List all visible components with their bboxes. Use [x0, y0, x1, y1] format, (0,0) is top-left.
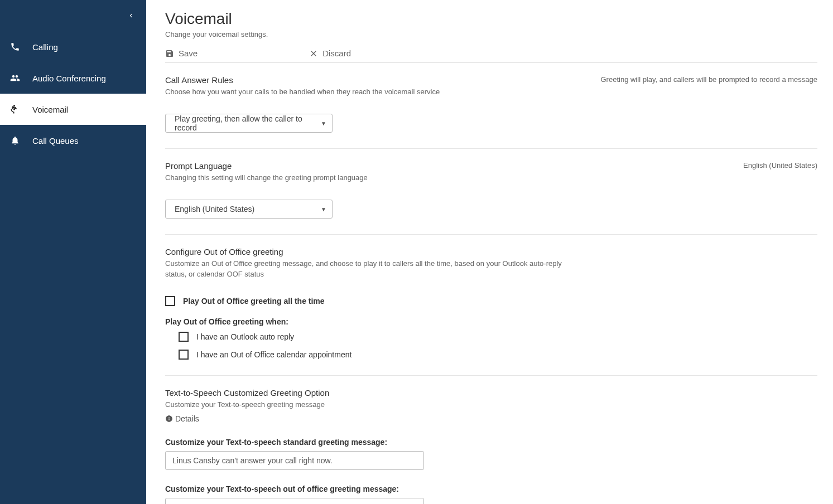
checkbox-calendar-appointment[interactable]	[179, 350, 189, 360]
std-greeting-label: Customize your Text-to-speech standard g…	[165, 438, 817, 447]
call-answer-select[interactable]: Play greeting, then allow the caller to …	[165, 114, 333, 133]
sidebar-item-calling[interactable]: Calling	[0, 31, 146, 62]
prompt-lang-title: Prompt Language	[165, 161, 567, 171]
phone-icon	[10, 42, 32, 52]
broadcast-icon	[10, 104, 32, 114]
oof-title: Configure Out of Office greeting	[165, 247, 567, 256]
chevron-left-icon	[127, 12, 135, 20]
sidebar-item-label: Call Queues	[32, 136, 79, 146]
section-call-answer-rules: Call Answer Rules Choose how you want yo…	[165, 75, 817, 149]
info-icon	[165, 415, 173, 423]
checkbox-outlook-auto-reply[interactable]	[179, 332, 189, 342]
std-greeting-input[interactable]	[165, 451, 424, 470]
save-icon	[165, 49, 174, 58]
page-subtitle: Change your voicemail settings.	[165, 30, 817, 38]
people-icon	[10, 73, 32, 83]
call-answer-selected: Play greeting, then allow the caller to …	[175, 114, 326, 132]
call-answer-title: Call Answer Rules	[165, 75, 567, 85]
page-title: Voicemail	[165, 10, 817, 28]
oof-greeting-label: Customize your Text-to-speech out of off…	[165, 484, 817, 493]
calendar-appointment-label: I have an Out of Office calendar appoint…	[196, 350, 352, 359]
chevron-down-icon: ▼	[321, 206, 326, 212]
sidebar-item-label: Voicemail	[32, 105, 68, 114]
oof-desc: Customize an Out of Office greeting mess…	[165, 259, 567, 279]
section-out-of-office: Configure Out of Office greeting Customi…	[165, 247, 817, 375]
outlook-auto-reply-label: I have an Outlook auto reply	[196, 332, 294, 341]
close-icon	[309, 49, 318, 58]
section-prompt-language: Prompt Language Changing this setting wi…	[165, 161, 817, 235]
bell-icon	[10, 135, 32, 146]
sidebar-item-call-queues[interactable]: Call Queues	[0, 125, 146, 156]
oof-greeting-input[interactable]	[165, 498, 424, 504]
prompt-lang-select[interactable]: English (United States) ▼	[165, 200, 333, 219]
discard-label: Discard	[322, 49, 351, 58]
toolbar: Save Discard	[165, 49, 817, 63]
play-when-heading: Play Out of Office greeting when:	[165, 317, 817, 326]
save-button[interactable]: Save	[165, 49, 198, 58]
checkbox-play-all-time[interactable]	[165, 296, 175, 306]
play-all-time-label: Play Out of Office greeting all the time	[183, 297, 325, 306]
prompt-lang-summary: English (United States)	[743, 161, 817, 169]
sidebar-item-voicemail[interactable]: Voicemail	[0, 94, 146, 125]
save-label: Save	[179, 49, 198, 58]
sidebar: Calling Audio Conferencing Voicemail Cal…	[0, 0, 146, 504]
call-answer-desc: Choose how you want your calls to be han…	[165, 87, 567, 97]
prompt-lang-selected: English (United States)	[175, 205, 254, 214]
details-label: Details	[175, 414, 199, 423]
sidebar-item-label: Calling	[32, 42, 58, 52]
section-tts-greeting: Text-to-Speech Customized Greeting Optio…	[165, 388, 817, 504]
sidebar-item-audio-conferencing[interactable]: Audio Conferencing	[0, 62, 146, 94]
details-link[interactable]: Details	[165, 414, 817, 423]
sidebar-item-label: Audio Conferencing	[32, 74, 106, 83]
main-content: Voicemail Change your voicemail settings…	[146, 0, 833, 504]
tts-desc: Customize your Text-to-speech greeting m…	[165, 400, 817, 410]
collapse-sidebar-button[interactable]	[0, 0, 146, 31]
prompt-lang-desc: Changing this setting will change the gr…	[165, 173, 567, 183]
tts-title: Text-to-Speech Customized Greeting Optio…	[165, 388, 817, 398]
discard-button[interactable]: Discard	[309, 49, 351, 58]
call-answer-summary: Greeting will play, and callers will be …	[601, 75, 818, 84]
chevron-down-icon: ▼	[321, 120, 326, 127]
